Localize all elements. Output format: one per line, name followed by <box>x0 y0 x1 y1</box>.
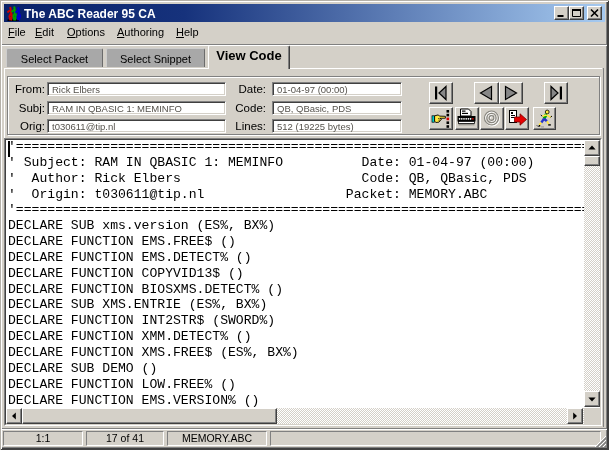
menu-edit[interactable]: Edit <box>35 26 54 38</box>
scroll-up-button[interactable] <box>584 140 600 156</box>
status-cursor-position: 1:1 <box>3 431 83 446</box>
scroll-left-button[interactable] <box>6 408 22 424</box>
close-icon <box>588 7 601 19</box>
last-icon <box>545 83 567 103</box>
status-message-count: 17 of 41 <box>86 431 164 446</box>
abc-runners-icon <box>6 5 22 21</box>
menu-options[interactable]: Options <box>67 26 105 38</box>
menu-mnemonic: O <box>67 26 76 38</box>
window-title: The ABC Reader 95 CA <box>24 7 156 21</box>
from-label: From: <box>5 83 45 95</box>
run-icon <box>534 108 555 129</box>
scroll-left-icon <box>7 409 21 423</box>
scroll-down-icon <box>585 392 599 406</box>
minimize-button[interactable] <box>554 6 569 20</box>
code-view-inner: '=======================================… <box>5 139 601 425</box>
tab-label: Select Packet <box>21 53 88 65</box>
menu-mnemonic: A <box>117 26 124 38</box>
menu-file[interactable]: File <box>8 26 26 38</box>
scroll-down-button[interactable] <box>584 391 600 407</box>
code-field[interactable]: QB, QBasic, PDS <box>272 101 402 115</box>
title-bar: The ABC Reader 95 CA <box>4 4 605 22</box>
maximize-button[interactable] <box>569 6 584 20</box>
disc-icon <box>481 108 503 129</box>
orig-label: Orig: <box>5 120 45 132</box>
code-text[interactable]: '=======================================… <box>6 140 584 408</box>
maximize-icon <box>570 7 583 19</box>
lines-field[interactable]: 512 (19225 bytes) <box>272 119 402 133</box>
tab-select-packet[interactable]: Select Packet <box>6 48 103 67</box>
minimize-icon <box>555 7 568 19</box>
text-caret <box>8 141 10 157</box>
subj-label: Subj: <box>5 102 45 114</box>
app-window: The ABC Reader 95 CA File Edit Options A… <box>0 0 609 450</box>
print-button[interactable] <box>455 107 479 130</box>
tab-pane-left-bevel <box>4 68 5 138</box>
status-divider <box>2 428 607 430</box>
scroll-right-button[interactable] <box>567 408 583 424</box>
menu-mnemonic: E <box>35 26 42 38</box>
next-icon <box>500 83 522 103</box>
menu-help[interactable]: Help <box>176 26 199 38</box>
previous-button[interactable] <box>474 82 499 104</box>
lines-label: Lines: <box>226 120 266 132</box>
close-button[interactable] <box>587 6 602 20</box>
last-button[interactable] <box>544 82 568 104</box>
menu-divider <box>2 44 607 46</box>
menu-mnemonic: F <box>8 26 15 38</box>
run-button[interactable] <box>533 107 556 130</box>
code-view-area: '=======================================… <box>4 138 602 426</box>
tab-label: Select Snippet <box>120 53 191 65</box>
menu-authoring[interactable]: Authoring <box>117 26 164 38</box>
scrollbar-corner <box>584 408 601 424</box>
scroll-up-icon <box>585 141 599 155</box>
resize-grip[interactable] <box>594 435 607 448</box>
date-label: Date: <box>226 83 266 95</box>
vertical-scroll-thumb[interactable] <box>584 156 600 166</box>
tab-pane-right-bevel <box>603 68 604 427</box>
menu-mnemonic: H <box>176 26 184 38</box>
horizontal-scroll-thumb[interactable] <box>22 408 277 424</box>
disc-button[interactable] <box>480 107 504 130</box>
previous-icon <box>475 83 498 103</box>
vertical-scrollbar[interactable] <box>584 140 600 407</box>
export-icon <box>506 108 528 129</box>
tab-pane-top-bevel <box>4 68 602 69</box>
code-label: Code: <box>226 102 266 114</box>
export-button[interactable] <box>505 107 529 130</box>
print-icon <box>456 108 478 129</box>
from-field[interactable]: Rick Elbers <box>47 82 226 96</box>
status-extra <box>270 431 601 446</box>
orig-field[interactable]: t030611@tip.nl <box>47 119 226 133</box>
code-lines: '=======================================… <box>8 140 584 408</box>
subj-field[interactable]: RAM IN QBASIC 1: MEMINFO <box>47 101 226 115</box>
next-button[interactable] <box>499 82 523 104</box>
status-packet-name: MEMORY.ABC <box>167 431 267 446</box>
tab-select-snippet[interactable]: Select Snippet <box>106 48 205 67</box>
scroll-right-icon <box>568 409 582 423</box>
first-icon <box>430 83 452 103</box>
date-field[interactable]: 01-04-97 (00:00) <box>272 82 402 96</box>
tag-snippet-button[interactable] <box>429 107 453 130</box>
horizontal-scrollbar[interactable] <box>6 408 584 424</box>
menu-bar: File Edit Options Authoring Help <box>4 23 605 43</box>
tab-view-code[interactable]: View Code <box>208 45 290 69</box>
first-button[interactable] <box>429 82 453 104</box>
tag-snippet-icon <box>430 108 452 129</box>
tab-label: View Code <box>216 48 282 63</box>
